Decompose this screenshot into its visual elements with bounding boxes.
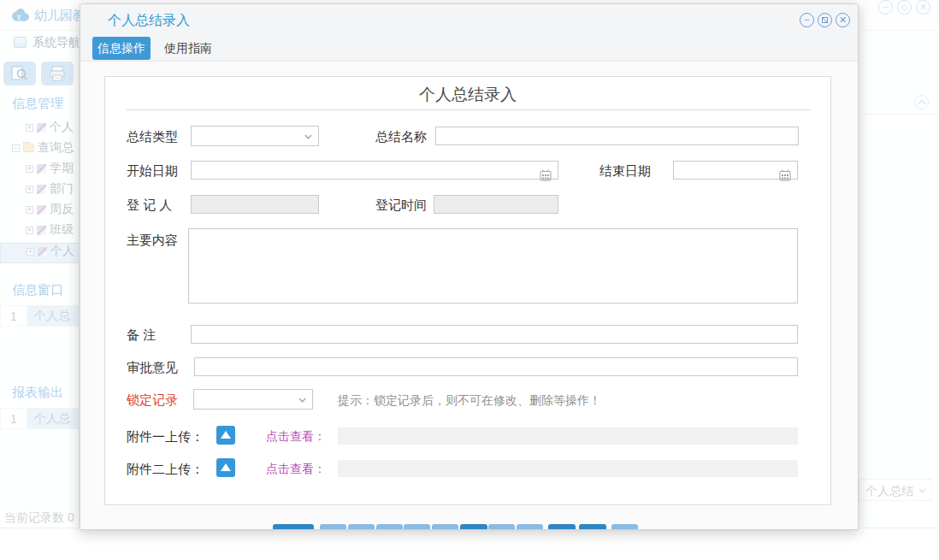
footer-button-9[interactable]	[517, 524, 543, 530]
chevron-down-icon	[298, 398, 306, 403]
approval-label: 审批意见	[127, 360, 178, 376]
attachment2-label: 附件二上传：	[127, 462, 204, 478]
footer-button-11[interactable]	[579, 524, 606, 530]
attachment1-view-link[interactable]: 点击查看：	[266, 429, 326, 445]
remarks-label: 备 注	[127, 327, 156, 344]
main-content-label: 主要内容	[127, 233, 178, 249]
title-separator	[127, 109, 811, 110]
registrant-input	[191, 195, 319, 214]
summary-name-label: 总结名称	[375, 129, 427, 145]
screen: y 幼儿园教 − ◇ ✕ 系统导航	[0, 0, 939, 560]
personal-summary-entry-dialog: 个人总结录入 − ✕ 信息操作 使用指南 个人总结录入 总结类型 总结名称 开始…	[80, 3, 859, 530]
start-date-label: 开始日期	[127, 163, 178, 180]
lock-record-select[interactable]	[193, 389, 313, 410]
footer-button-12[interactable]	[611, 524, 638, 530]
attachment1-label: 附件一上传：	[127, 429, 204, 445]
footer-button-10[interactable]	[548, 524, 576, 530]
remarks-input[interactable]	[191, 325, 798, 344]
dialog-minimize-icon[interactable]: −	[800, 13, 814, 27]
calendar-icon	[540, 169, 552, 181]
summary-name-input[interactable]	[435, 127, 799, 145]
footer-button-8[interactable]	[488, 524, 515, 530]
upload-icon	[221, 463, 231, 471]
chevron-down-icon	[304, 134, 312, 139]
footer-button-1[interactable]	[273, 524, 314, 530]
attachment2-file-bar	[338, 460, 798, 477]
footer-button-6[interactable]	[432, 524, 458, 530]
tab-user-guide[interactable]: 使用指南	[162, 37, 214, 60]
lock-record-label: 锁定记录	[127, 392, 178, 409]
tab-info-operation[interactable]: 信息操作	[92, 37, 151, 60]
end-date-input[interactable]	[673, 161, 798, 180]
dialog-close-icon[interactable]: ✕	[836, 13, 850, 27]
footer-button-2[interactable]	[320, 524, 346, 530]
main-content-textarea[interactable]	[188, 228, 798, 304]
footer-button-3[interactable]	[348, 524, 375, 530]
upload-icon	[221, 431, 231, 439]
footer-button-7[interactable]	[460, 524, 487, 530]
lock-hint-text: 提示：锁定记录后，则不可在修改、删除等操作！	[338, 393, 601, 409]
attachment1-file-bar	[338, 427, 798, 445]
summary-type-label: 总结类型	[127, 129, 178, 145]
attachment2-upload-button[interactable]	[216, 458, 235, 477]
footer-button-5[interactable]	[404, 524, 430, 530]
dialog-restore-icon[interactable]	[818, 13, 832, 27]
entry-form-panel: 个人总结录入 总结类型 总结名称 开始日期 结束日期	[104, 76, 831, 505]
attachment2-view-link[interactable]: 点击查看：	[266, 462, 326, 477]
footer-button-4[interactable]	[376, 524, 403, 530]
attachment1-upload-button[interactable]	[216, 426, 235, 445]
approval-input[interactable]	[194, 357, 798, 376]
end-date-label: 结束日期	[599, 163, 651, 180]
dialog-header: 个人总结录入 − ✕ 信息操作 使用指南	[80, 4, 858, 62]
register-time-input	[434, 195, 558, 214]
registrant-label: 登 记 人	[127, 197, 172, 214]
start-date-input[interactable]	[191, 161, 558, 180]
register-time-label: 登记时间	[375, 197, 427, 214]
summary-type-select[interactable]	[191, 126, 319, 146]
form-title: 个人总结录入	[105, 84, 830, 106]
dialog-title: 个人总结录入	[108, 12, 190, 30]
calendar-icon	[779, 169, 791, 181]
